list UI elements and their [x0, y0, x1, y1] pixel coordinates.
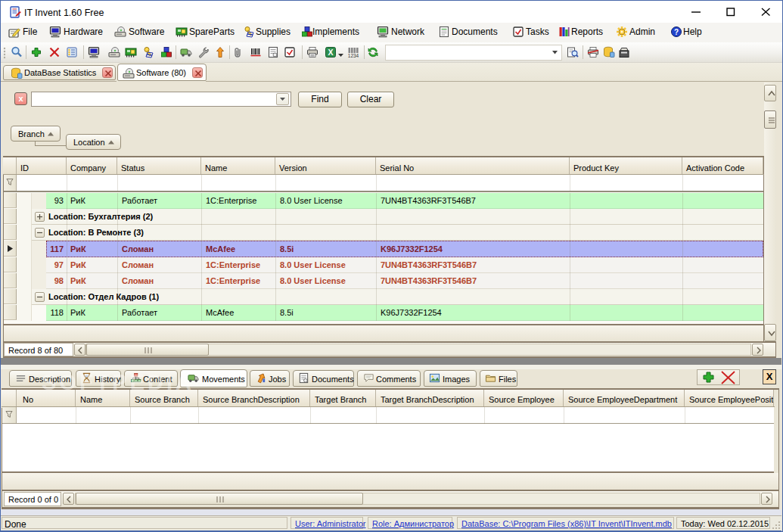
svg-text:?: ? — [674, 28, 679, 36]
svg-text:X: X — [328, 48, 333, 57]
svg-text:1234: 1234 — [348, 53, 359, 58]
